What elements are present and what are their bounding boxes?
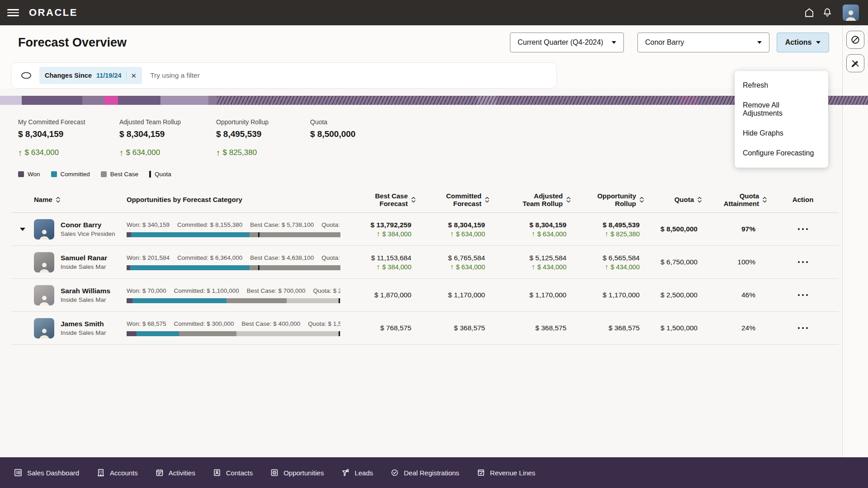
contact-card-icon [212,468,222,477]
page-title: Forecast Overview [18,36,127,50]
delta: ↑$ 434,000 [490,263,566,271]
disable-mode-button[interactable] [846,31,864,49]
actions-dropdown-menu: Refresh Remove All Adjustments Hide Grap… [735,71,828,168]
nav-leads[interactable]: Leads [341,468,373,477]
col-header-quota[interactable]: Quota [644,196,702,203]
menu-item-remove-all-adjustments[interactable]: Remove All Adjustments [735,95,828,123]
calendar-icon [155,468,164,477]
menu-item-refresh[interactable]: Refresh [735,75,828,95]
chip-date-value[interactable]: 11/19/24 [96,72,122,79]
bar-committed [137,331,179,336]
col-header-committed-forecast[interactable]: Committed Forecast [416,192,490,207]
col-header-opportunities: Opportunities by Forecast Category [123,196,350,203]
quota-marker [258,265,259,270]
notifications-bell-icon[interactable] [818,4,836,22]
forecast-category-bar [127,265,340,270]
col-header-best-case-forecast[interactable]: Best Case Forecast [350,192,416,207]
bar-won [127,331,137,336]
forecast-category-bar [127,331,340,336]
adjusted-rollup-cell: $ 5,125,584↑$ 434,000 [490,254,571,271]
delta: ↑$ 434,000 [571,263,640,271]
filter-pill-icon [20,71,32,80]
category-stats: Won: $ 68,575Committed: $ 300,000Best Ca… [127,320,340,327]
chevron-down-icon [757,41,762,44]
delta: ↑$ 825,380 [571,230,640,238]
rep-name[interactable]: Sarah Williams [61,287,110,295]
category-stats: Won: $ 201,584Committed: $ 6,364,000Best… [127,254,340,261]
nav-accounts[interactable]: Accounts [96,468,138,477]
chevron-down-icon [816,41,821,44]
hamburger-menu-icon[interactable] [7,9,19,16]
legend-quota: Quota [149,171,171,178]
row-expander[interactable] [11,228,34,231]
rep-title: Inside Sales Mar [61,263,107,270]
category-stats: Won: $ 340,159Committed: $ 8,155,380Best… [127,221,340,228]
nav-contacts[interactable]: Contacts [212,468,253,477]
bar-best-case [250,232,340,237]
quota-swatch [149,171,151,178]
legend-won: Won [18,171,40,178]
edit-disabled-button[interactable] [846,54,864,72]
owner-select[interactable]: Conor Barry [637,33,769,52]
quota-attainment-cell: 100% [702,258,767,266]
legend-committed: Committed [51,171,90,178]
row-actions-button[interactable] [793,290,813,300]
up-arrow-icon: ↑ [376,230,380,238]
forecast-category-bar [127,232,340,237]
home-icon[interactable] [800,4,818,22]
target-icon [270,468,279,477]
changes-since-filter-chip[interactable]: Changes Since 11/19/24 ✕ [39,67,142,84]
period-select[interactable]: Current Quarter (Q4-2024) [510,33,624,52]
up-arrow-icon: ↑ [531,230,535,238]
rep-name[interactable]: Conor Barry [61,221,115,229]
metric-my-committed-forecast: My Committed Forecast $ 8,304,159 ↑$ 634… [18,118,94,157]
row-actions-button[interactable] [793,257,813,267]
quota-cell: $ 1,500,000 [644,324,702,332]
owner-select-value: Conor Barry [645,38,684,47]
menu-item-hide-graphs[interactable]: Hide Graphs [735,123,828,143]
filter-bar[interactable]: Changes Since 11/19/24 ✕ Try using a fil… [11,62,557,89]
committed-swatch [51,171,57,177]
user-avatar[interactable] [843,5,859,21]
won-swatch [18,171,24,177]
table-row: James Smith Inside Sales Mar Won: $ 68,5… [11,312,839,345]
quota-attainment-cell: 24% [702,324,767,332]
rep-title: Inside Sales Mar [61,329,106,336]
row-actions-button[interactable] [793,224,813,234]
period-select-value: Current Quarter (Q4-2024) [518,38,603,47]
col-header-adjusted-team-rollup[interactable]: Adjusted Team Rollup [490,192,571,207]
quota-attainment-cell: 46% [702,291,767,299]
sort-icon [56,196,61,203]
rep-name[interactable]: James Smith [61,320,106,328]
committed-cell: $ 368,575↑ [416,324,490,332]
badge-check-icon [390,468,399,477]
col-header-quota-attainment[interactable]: Quota Attainment [702,192,767,207]
table-header-row: Name Opportunities by Forecast Category … [11,187,839,213]
rep-name[interactable]: Samuel Ranar [61,254,107,262]
menu-item-configure-forecasting[interactable]: Configure Forecasting [735,143,828,163]
nav-revenue-lines[interactable]: Revenue Lines [476,468,535,477]
row-actions-button[interactable] [793,323,813,333]
delta: ↑$ 634,000 [416,230,485,238]
rep-title: Inside Sales Mar [61,296,110,303]
bar-best-case [250,265,340,270]
col-header-opportunity-rollup[interactable]: Opportunity Rollup [571,192,644,207]
sort-icon [411,196,416,203]
nav-sales-dashboard[interactable]: Sales Dashboard [14,468,79,477]
best-case-swatch [101,171,107,177]
chevron-down-icon [612,41,616,44]
metric-adjusted-team-rollup: Adjusted Team Rollup $ 8,304,159 ↑$ 634,… [119,118,191,157]
chip-close-icon[interactable]: ✕ [131,72,137,79]
nav-deal-registrations[interactable]: Deal Registrations [390,468,459,477]
caret-down-icon [20,228,25,231]
delta: ↑$ 634,000 [119,148,191,157]
delta: ↑$ 634,000 [416,263,485,271]
nav-opportunities[interactable]: Opportunities [270,468,324,477]
filter-placeholder[interactable]: Try using a filter [150,71,200,80]
dashboard-icon [14,468,23,477]
chip-label: Changes Since [45,72,92,79]
up-arrow-icon: ↑ [119,149,124,157]
actions-button[interactable]: Actions [777,33,829,52]
nav-activities[interactable]: Activities [155,468,195,477]
col-header-name[interactable]: Name [34,196,123,203]
